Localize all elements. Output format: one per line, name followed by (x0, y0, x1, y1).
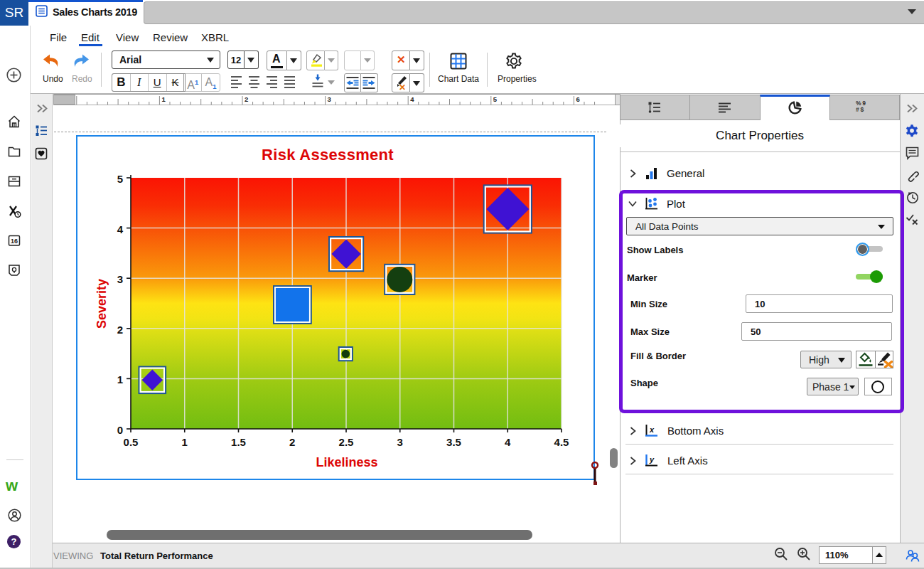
svg-text:x: x (649, 425, 655, 434)
svg-text:1: 1 (117, 373, 123, 385)
svg-text:0.5: 0.5 (124, 436, 139, 448)
svg-text:3.5: 3.5 (446, 436, 461, 448)
svg-text:y: y (649, 455, 655, 464)
svg-text:2: 2 (245, 95, 248, 103)
svg-text:2.5: 2.5 (339, 436, 354, 448)
svg-text:3: 3 (328, 95, 331, 103)
svg-text:6: 6 (576, 95, 579, 103)
svg-text:4: 4 (117, 223, 124, 235)
svg-text:✕: ✕ (399, 83, 406, 91)
svg-text:4.5: 4.5 (554, 436, 569, 448)
svg-text:5: 5 (117, 173, 123, 185)
svg-text:3: 3 (117, 273, 123, 285)
svg-text:4: 4 (505, 436, 511, 448)
svg-text:1: 1 (161, 95, 166, 103)
svg-text:16: 16 (11, 238, 18, 245)
svg-text:5: 5 (493, 95, 498, 103)
svg-text:2: 2 (289, 436, 295, 448)
svg-text:0: 0 (117, 424, 123, 436)
svg-text:2: 2 (117, 324, 123, 336)
svg-text:1.5: 1.5 (231, 436, 246, 448)
svg-text:Severity: Severity (95, 279, 109, 329)
svg-text:3: 3 (397, 436, 403, 448)
svg-text:1: 1 (182, 436, 188, 448)
svg-text:4: 4 (410, 95, 414, 103)
svg-text:Risk Assessment: Risk Assessment (262, 146, 394, 164)
svg-text:Likeliness: Likeliness (316, 455, 377, 469)
